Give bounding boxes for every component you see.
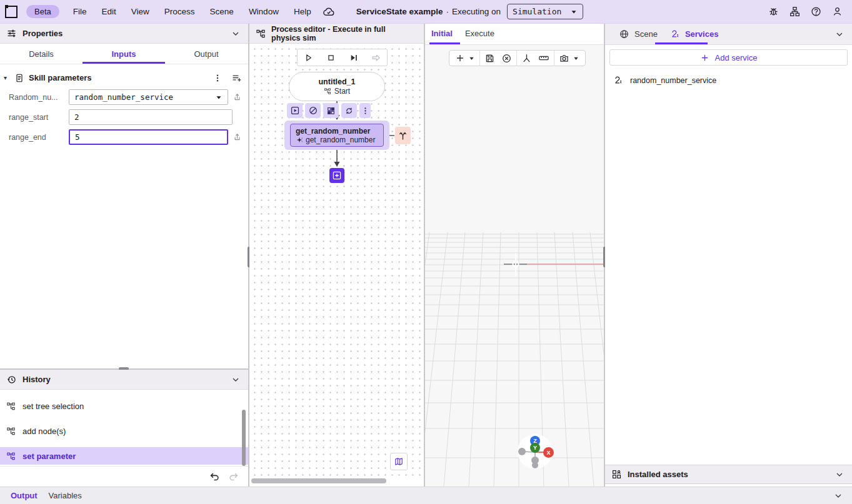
bind-parameter-icon[interactable] xyxy=(233,92,242,102)
boxed-play-icon[interactable] xyxy=(287,103,303,118)
bind-parameter-icon[interactable] xyxy=(233,132,242,142)
play-icon[interactable] xyxy=(303,52,314,63)
topbar: Beta File Edit View Process Scene Window… xyxy=(0,0,852,24)
menu-help[interactable]: Help xyxy=(286,3,319,20)
service-icon xyxy=(613,76,623,86)
process-canvas[interactable]: untitled_1 Start get_random_number xyxy=(249,44,424,476)
installed-assets-chevron[interactable] xyxy=(834,470,844,480)
task-node-subtitle-wrap: get_random_number xyxy=(296,136,378,144)
gizmo-neg-x-axis[interactable] xyxy=(518,448,526,455)
undo-redo-bar xyxy=(0,466,248,487)
branch-icon xyxy=(398,131,408,141)
behavior-tree-icon xyxy=(256,29,266,39)
properties-collapse-chevron[interactable] xyxy=(231,29,241,39)
range-end-input[interactable] xyxy=(75,132,222,142)
service-name: random_number_service xyxy=(630,76,716,85)
service-list-item[interactable]: random_number_service xyxy=(605,70,852,91)
history-item-selected[interactable]: set parameter xyxy=(0,447,248,465)
tab-variables[interactable]: Variables xyxy=(43,491,88,500)
panel-collapse-chevron[interactable] xyxy=(834,29,844,39)
tab-services[interactable]: Services xyxy=(664,24,725,44)
camera-caret[interactable] xyxy=(573,51,583,66)
history-scrollbar[interactable] xyxy=(242,410,246,466)
kebab-icon[interactable] xyxy=(213,73,223,83)
disable-icon[interactable] xyxy=(305,103,321,118)
tab-inputs[interactable]: Inputs xyxy=(83,44,165,64)
tab-output[interactable]: Output xyxy=(165,44,248,64)
account-icon[interactable] xyxy=(831,6,843,17)
save-icon[interactable] xyxy=(481,51,498,66)
gizmo-y-axis[interactable]: Y xyxy=(530,443,540,453)
add-object-button[interactable] xyxy=(452,51,468,66)
menu-file[interactable]: File xyxy=(66,3,94,20)
collapse-caret-icon[interactable]: ▾ xyxy=(4,74,10,81)
menu-view[interactable]: View xyxy=(124,3,157,20)
tab-output[interactable]: Output xyxy=(5,491,43,500)
gizmo-neg-z-axis[interactable] xyxy=(532,462,538,468)
bug-report-icon[interactable] xyxy=(768,6,779,17)
app-logo[interactable] xyxy=(5,6,18,18)
service-icon xyxy=(670,29,680,39)
execution-target-select[interactable]: Simulation xyxy=(507,4,583,19)
history-collapse-chevron[interactable] xyxy=(231,375,241,385)
step-icon[interactable] xyxy=(348,52,359,63)
menu-process[interactable]: Process xyxy=(157,3,203,20)
tripod-icon[interactable] xyxy=(518,51,535,66)
history-item[interactable]: add node(s) xyxy=(0,422,248,440)
menu-window[interactable]: Window xyxy=(241,3,286,20)
viewport-3d[interactable]: Z Y X xyxy=(425,45,604,487)
plus-icon xyxy=(700,53,709,62)
add-service-button[interactable]: Add service xyxy=(609,49,848,66)
start-node[interactable]: untitled_1 Start xyxy=(289,72,385,101)
tab-scene[interactable]: Scene xyxy=(613,24,664,44)
menu-edit[interactable]: Edit xyxy=(94,3,124,20)
start-node-subtitle: Start xyxy=(334,87,350,96)
gizmo-x-label: X xyxy=(546,450,550,456)
range-end-input-wrap xyxy=(69,129,228,145)
installed-assets-header[interactable]: Installed assets xyxy=(605,465,852,484)
kebab-icon[interactable] xyxy=(359,103,371,118)
org-structure-icon[interactable] xyxy=(789,6,801,17)
caret-down-icon xyxy=(215,94,223,101)
ruler-icon[interactable] xyxy=(535,51,553,66)
history-item[interactable]: set tree selection xyxy=(0,397,248,415)
task-node-selection[interactable]: get_random_number get_random_number xyxy=(284,121,389,150)
range-start-input[interactable] xyxy=(74,112,227,122)
skill-parameters-header: ▾ Skill parameters xyxy=(4,72,242,83)
title-separator: · xyxy=(446,7,449,16)
help-icon[interactable] xyxy=(810,6,822,17)
ground-grid xyxy=(425,45,604,487)
grid-squares-icon[interactable] xyxy=(323,103,339,118)
stop-icon[interactable] xyxy=(326,52,336,63)
playlist-add-icon[interactable] xyxy=(231,72,242,83)
circle-x-icon[interactable] xyxy=(498,51,515,66)
start-node-subtitle-wrap: Start xyxy=(324,87,350,96)
minimap-toggle-button[interactable] xyxy=(390,453,408,470)
skip-icon[interactable] xyxy=(371,52,381,63)
process-hscrollbar-thumb[interactable] xyxy=(251,478,386,483)
menu-scene[interactable]: Scene xyxy=(203,3,241,20)
tab-execute[interactable]: Execute xyxy=(459,24,501,43)
branch-badge[interactable] xyxy=(395,127,411,144)
undo-icon[interactable] xyxy=(209,471,220,482)
tab-details[interactable]: Details xyxy=(0,44,83,64)
output-bar-chevron[interactable] xyxy=(833,491,843,501)
task-node[interactable]: get_random_number get_random_number xyxy=(290,124,384,147)
add-node-button[interactable] xyxy=(329,168,344,183)
app-window: Beta File Edit View Process Scene Window… xyxy=(0,0,852,504)
behavior-tree-icon xyxy=(6,452,16,461)
output-bar: Output Variables xyxy=(0,487,852,504)
cloud-sync-icon[interactable] xyxy=(323,6,335,18)
gizmo-x-axis[interactable]: X xyxy=(543,447,554,458)
sync-icon[interactable] xyxy=(341,103,357,118)
camera-icon[interactable] xyxy=(556,51,573,66)
tab-initial[interactable]: Initial xyxy=(425,24,459,43)
add-service-label: Add service xyxy=(715,53,758,62)
range-start-input-wrap xyxy=(69,109,233,125)
installed-assets-label: Installed assets xyxy=(628,470,688,479)
service-select[interactable]: random_number_service xyxy=(69,89,228,105)
add-object-caret[interactable] xyxy=(468,51,478,66)
properties-icon xyxy=(6,28,17,39)
menu-bar: File Edit View Process Scene Window Help xyxy=(66,3,319,20)
redo-icon[interactable] xyxy=(228,471,239,482)
